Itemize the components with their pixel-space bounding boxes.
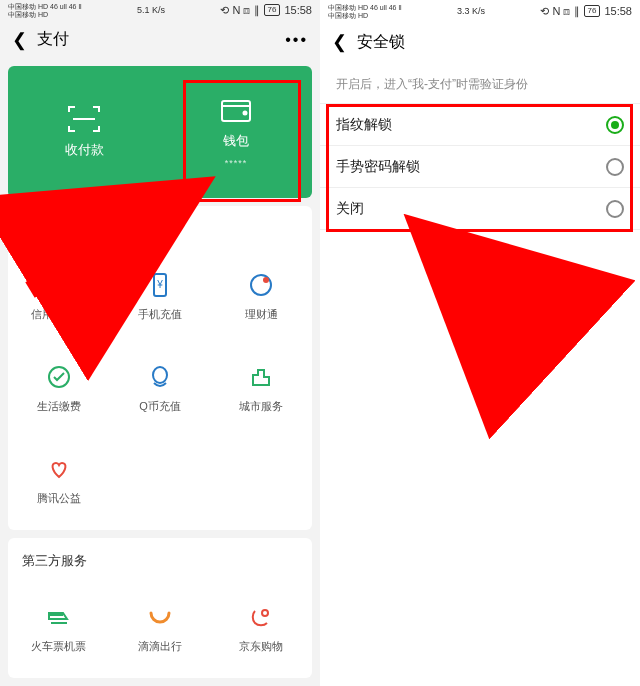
svg-point-11 — [262, 610, 268, 616]
battery-icon: 76 — [584, 5, 601, 17]
page-title: 支付 — [37, 29, 69, 50]
payment-screen: 中国移动 HD 46 ull 46 ll 中国移动 HD 5.1 K/s ⟲ N… — [0, 0, 320, 686]
row-off[interactable]: 关闭 — [320, 188, 640, 230]
heart-icon — [45, 455, 73, 483]
wallet-icon — [219, 96, 253, 124]
wallet-balance: ***** — [225, 158, 248, 168]
carrier-text: 中国移动 HD — [8, 11, 82, 18]
third-party-card: 第三方服务 火车票机票 滴滴出行 京东购物 — [8, 538, 312, 678]
svc-qcoin[interactable]: Q币充值 — [109, 342, 210, 434]
svc-wealth[interactable]: 理财通 — [211, 250, 312, 342]
row-label: 关闭 — [336, 200, 364, 218]
carrier-text: 中国移动 HD 46 ull 46 ll — [328, 4, 402, 11]
security-lock-screen: 中国移动 HD 46 ull 46 ll 中国移动 HD 3.3 K/s ⟲ N… — [320, 0, 640, 686]
svc-phone-topup[interactable]: ¥ 手机充值 — [109, 250, 210, 342]
svc-label: 火车票机票 — [31, 639, 86, 654]
hero-card: 收付款 钱包 ***** — [8, 66, 312, 198]
nav-bar: ❮ 安全锁 — [320, 22, 640, 62]
radio-icon — [606, 158, 624, 176]
wealth-icon — [247, 271, 275, 299]
svg-text:¥: ¥ — [156, 279, 163, 290]
hint-text: 开启后，进入“我-支付”时需验证身份 — [320, 62, 640, 103]
radio-icon — [606, 116, 624, 134]
svc-label: 理财通 — [245, 307, 278, 322]
svc-jd[interactable]: 京东购物 — [211, 582, 312, 674]
nav-bar: ❮ 支付 ••• — [0, 21, 320, 59]
svc-label: 城市服务 — [239, 399, 283, 414]
svc-charity[interactable]: 腾讯公益 — [8, 434, 109, 526]
svg-point-2 — [244, 112, 247, 115]
train-icon — [45, 603, 73, 631]
row-label: 指纹解锁 — [336, 116, 392, 134]
more-icon[interactable]: ••• — [285, 31, 308, 49]
svg-rect-3 — [48, 278, 70, 292]
jd-icon — [247, 603, 275, 631]
clock: 15:58 — [284, 4, 312, 16]
status-bar: 中国移动 HD 46 ull 46 ll 中国移动 HD 5.1 K/s ⟲ N… — [0, 0, 320, 21]
didi-icon — [146, 603, 174, 631]
carrier-text: 中国移动 HD 46 ull 46 ll — [8, 3, 82, 10]
section-title: 第三方服务 — [8, 548, 312, 582]
status-icons: ⟲ N ⧈ ∥ — [540, 5, 579, 18]
back-icon[interactable]: ❮ — [332, 31, 347, 53]
scan-icon — [67, 105, 101, 133]
page-title: 安全锁 — [357, 32, 405, 53]
status-icons: ⟲ N ⧈ ∥ — [220, 4, 259, 17]
net-speed: 3.3 K/s — [457, 6, 485, 16]
battery-icon: 76 — [264, 4, 281, 16]
svc-city[interactable]: 城市服务 — [211, 342, 312, 434]
svc-label: 信用卡还款 — [31, 307, 86, 322]
svc-didi[interactable]: 滴滴出行 — [109, 582, 210, 674]
svc-label: Q币充值 — [139, 399, 181, 414]
svc-credit-card[interactable]: 信用卡还款 — [8, 250, 109, 342]
row-fingerprint[interactable]: 指纹解锁 — [320, 104, 640, 146]
phone-icon: ¥ — [146, 271, 174, 299]
radio-icon — [606, 200, 624, 218]
svg-point-10 — [153, 367, 167, 383]
wallet-button[interactable]: 钱包 ***** — [160, 66, 312, 198]
svg-point-8 — [263, 277, 269, 283]
city-icon — [247, 363, 275, 391]
section-title: 腾讯服务 — [8, 216, 312, 250]
carrier-text: 中国移动 HD — [328, 12, 402, 19]
clock: 15:58 — [604, 5, 632, 17]
pay-label: 收付款 — [65, 141, 104, 159]
services-grid: 信用卡还款 ¥ 手机充值 理财通 生活缴费 Q币充值 城市服务 — [8, 250, 312, 526]
check-icon — [45, 363, 73, 391]
services-grid: 火车票机票 滴滴出行 京东购物 — [8, 582, 312, 674]
net-speed: 5.1 K/s — [137, 5, 165, 15]
svc-label: 京东购物 — [239, 639, 283, 654]
tencent-services-card: 腾讯服务 信用卡还款 ¥ 手机充值 理财通 生活缴费 Q币充值 — [8, 206, 312, 530]
svc-train[interactable]: 火车票机票 — [8, 582, 109, 674]
row-label: 手势密码解锁 — [336, 158, 420, 176]
svc-label: 腾讯公益 — [37, 491, 81, 506]
back-icon[interactable]: ❮ — [12, 29, 27, 51]
svc-label: 手机充值 — [138, 307, 182, 322]
pay-receive-button[interactable]: 收付款 — [8, 66, 160, 198]
row-gesture[interactable]: 手势密码解锁 — [320, 146, 640, 188]
wallet-label: 钱包 — [223, 132, 249, 150]
status-bar: 中国移动 HD 46 ull 46 ll 中国移动 HD 3.3 K/s ⟲ N… — [320, 0, 640, 22]
qq-icon — [146, 363, 174, 391]
card-icon — [45, 271, 73, 299]
svc-label: 生活缴费 — [37, 399, 81, 414]
svc-label: 滴滴出行 — [138, 639, 182, 654]
svc-utilities[interactable]: 生活缴费 — [8, 342, 109, 434]
lock-options: 指纹解锁 手势密码解锁 关闭 — [320, 103, 640, 230]
